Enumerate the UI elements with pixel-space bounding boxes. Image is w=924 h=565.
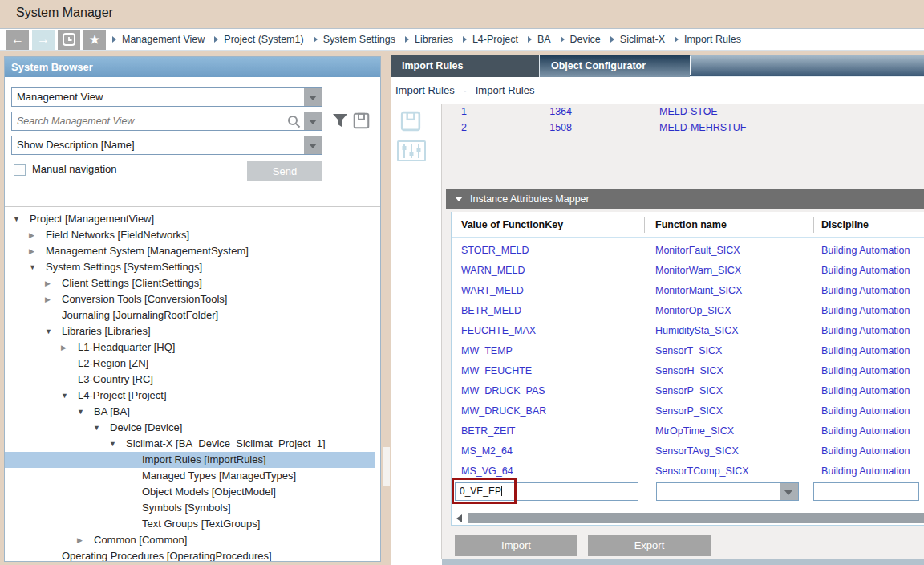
collapsed-arrow-icon[interactable]: ▶ bbox=[29, 243, 40, 259]
tree-item[interactable]: Text Groups [TextGroups] bbox=[5, 516, 375, 532]
breadcrumb-item[interactable]: Device bbox=[561, 34, 601, 45]
breadcrumb-item[interactable]: Management View bbox=[112, 34, 205, 45]
tab-bar: Import Rules Object Configurator bbox=[391, 55, 924, 77]
expanded-arrow-icon[interactable]: ▼ bbox=[61, 388, 72, 404]
mapper-row[interactable]: WARN_MELDMonitorWarn_SICXBuilding Automa… bbox=[452, 261, 924, 281]
scroll-left-icon[interactable] bbox=[456, 514, 462, 522]
horizontal-scrollbar[interactable] bbox=[452, 512, 924, 524]
table-row[interactable]: 11364MELD-STOE bbox=[442, 104, 924, 120]
scrollbar-thumb[interactable] bbox=[468, 513, 924, 523]
new-discipline-input[interactable] bbox=[813, 482, 919, 501]
breadcrumb-item[interactable]: Project (System1) bbox=[214, 34, 303, 45]
collapsed-arrow-icon[interactable]: ▶ bbox=[29, 227, 40, 243]
mapper-row[interactable]: MW_TEMPSensorT_SICXBuilding Automation bbox=[452, 341, 924, 361]
save-icon[interactable] bbox=[400, 111, 421, 132]
tree-item[interactable]: ▼System Settings [SystemSettings] bbox=[5, 259, 375, 275]
expanded-arrow-icon[interactable]: ▼ bbox=[109, 436, 120, 452]
dropdown-button[interactable] bbox=[304, 88, 322, 106]
mapper-row[interactable]: MW_FEUCHTESensorH_SICXBuilding Automatio… bbox=[452, 361, 924, 381]
collapsed-arrow-icon[interactable]: ▶ bbox=[77, 532, 88, 548]
tree-item[interactable]: Operating Procedures [OperatingProcedure… bbox=[5, 548, 375, 561]
back-button[interactable]: ← bbox=[6, 30, 29, 50]
tree-item[interactable]: ▼L4-Project [Project] bbox=[5, 388, 375, 404]
forward-button[interactable]: → bbox=[32, 30, 55, 50]
window-title: System Manager bbox=[16, 6, 113, 20]
dropdown-button[interactable] bbox=[780, 483, 798, 500]
send-button[interactable]: Send bbox=[247, 161, 322, 181]
splitter-handle[interactable] bbox=[383, 447, 390, 486]
tree-item[interactable]: Journaling [JournalingRootFolder] bbox=[5, 307, 375, 323]
mapper-row[interactable]: STOER_MELDMonitorFault_SICXBuilding Auto… bbox=[452, 241, 924, 261]
chevron-right-icon bbox=[528, 36, 532, 43]
breadcrumb-item[interactable]: System Settings bbox=[314, 34, 395, 45]
table-row[interactable]: 21508MELD-MEHRSTUF bbox=[442, 120, 924, 136]
tree-item[interactable]: ▶Management System [ManagementSystem] bbox=[5, 243, 375, 259]
mapper-row[interactable]: BETR_ZEITMtrOpTime_SICXBuilding Automati… bbox=[452, 421, 924, 441]
mapper-row[interactable]: MW_DRUCK_BARSensorP_SICXBuilding Automat… bbox=[452, 401, 924, 421]
chevron-right-icon bbox=[610, 36, 614, 43]
tree-item[interactable]: ▶Field Networks [FieldNetworks] bbox=[5, 227, 375, 243]
tree-item[interactable]: L3-Country [RC] bbox=[5, 372, 375, 388]
panel-title: System Browser bbox=[5, 57, 380, 77]
chevron-down-icon bbox=[309, 144, 317, 148]
mapper-section-header[interactable]: Instance Attributes Mapper bbox=[446, 189, 924, 209]
tree-item[interactable]: Import Rules [ImportRules] bbox=[5, 452, 375, 468]
view-selector-dropdown[interactable]: Management View bbox=[11, 87, 322, 107]
expanded-arrow-icon[interactable]: ▼ bbox=[13, 211, 24, 227]
mapper-row[interactable]: MS_M2_64SensorTAvg_SICXBuilding Automati… bbox=[452, 441, 924, 461]
tab-object-configurator[interactable]: Object Configurator bbox=[540, 55, 690, 77]
window-bottom-border bbox=[442, 559, 924, 565]
mapper-row[interactable]: WART_MELDMonitorMaint_SICXBuilding Autom… bbox=[452, 281, 924, 301]
filter-icon[interactable] bbox=[332, 113, 348, 128]
tree-item[interactable]: Managed Types [ManagedTypes] bbox=[5, 468, 375, 484]
tree-item[interactable]: ▼BA [BA] bbox=[5, 404, 375, 420]
path-left: Import Rules bbox=[395, 84, 455, 96]
search-field bbox=[11, 112, 322, 131]
mapper-row[interactable]: MW_DRUCK_PASSensorP_SICXBuilding Automat… bbox=[452, 381, 924, 401]
tab-import-rules[interactable]: Import Rules bbox=[391, 55, 539, 77]
navigation-tree: ▼Project [ManagementView]▶Field Networks… bbox=[5, 209, 380, 561]
tree-item[interactable]: ▼Libraries [Libraries] bbox=[5, 323, 375, 339]
history-button[interactable] bbox=[58, 30, 80, 50]
tree-item[interactable]: ▼Project [ManagementView] bbox=[5, 211, 375, 227]
manual-navigation-checkbox[interactable] bbox=[14, 164, 26, 176]
breadcrumb-item[interactable]: Import Rules bbox=[675, 34, 741, 45]
save-search-icon[interactable] bbox=[353, 112, 370, 129]
mapper-row[interactable]: FEUCHTE_MAXHumiditySta_SICXBuilding Auto… bbox=[452, 321, 924, 341]
breadcrumb-item[interactable]: L4-Project bbox=[463, 34, 518, 45]
tree-item[interactable]: ▼Device [Device] bbox=[5, 420, 375, 436]
tree-item[interactable]: ▶Client Settings [ClientSettings] bbox=[5, 275, 375, 291]
collapsed-arrow-icon[interactable]: ▶ bbox=[61, 339, 72, 356]
favorites-button[interactable]: ★ bbox=[83, 30, 106, 50]
collapsed-arrow-icon[interactable]: ▶ bbox=[45, 275, 56, 291]
chevron-right-icon bbox=[112, 36, 116, 43]
tree-item[interactable]: ▶Conversion Tools [ConversionTools] bbox=[5, 291, 375, 307]
expanded-arrow-icon[interactable]: ▼ bbox=[77, 404, 88, 420]
mapper-row[interactable]: MS_VG_64SensorTComp_SICXBuilding Automat… bbox=[452, 461, 924, 482]
settings-sliders-icon[interactable] bbox=[396, 140, 427, 162]
expanded-arrow-icon[interactable]: ▼ bbox=[45, 323, 56, 339]
new-function-dropdown[interactable] bbox=[656, 482, 799, 501]
mapper-row[interactable]: BETR_MELDMonitorOp_SICXBuilding Automati… bbox=[452, 301, 924, 321]
tree-item[interactable]: ▼Siclimat-X [BA_Device_Siclimat_Project_… bbox=[5, 436, 375, 452]
breadcrumb-item[interactable]: Libraries bbox=[405, 34, 453, 45]
tree-item[interactable]: ▶L1-Headquarter [HQ] bbox=[5, 339, 375, 356]
tree-item[interactable]: Object Models [ObjectModel] bbox=[5, 484, 375, 500]
chevron-right-icon bbox=[214, 36, 218, 43]
dropdown-button[interactable] bbox=[304, 136, 322, 154]
path-right: Import Rules bbox=[476, 84, 535, 96]
display-mode-dropdown[interactable]: Show Description [Name] bbox=[11, 136, 322, 155]
tree-item[interactable]: Symbols [Symbols] bbox=[5, 500, 375, 516]
expanded-arrow-icon[interactable]: ▼ bbox=[29, 259, 40, 275]
search-input[interactable] bbox=[12, 112, 285, 130]
export-button[interactable]: Export bbox=[588, 535, 711, 556]
expanded-arrow-icon[interactable]: ▼ bbox=[93, 420, 104, 436]
tree-item[interactable]: L2-Region [ZN] bbox=[5, 356, 375, 372]
tree-item[interactable]: ▶Common [Common] bbox=[5, 532, 375, 548]
breadcrumb-item[interactable]: Siclimat-X bbox=[610, 34, 665, 45]
search-icon[interactable] bbox=[287, 115, 301, 128]
search-options-button[interactable] bbox=[304, 112, 322, 130]
breadcrumb-item[interactable]: BA bbox=[528, 34, 551, 45]
import-button[interactable]: Import bbox=[455, 535, 578, 556]
collapsed-arrow-icon[interactable]: ▶ bbox=[45, 291, 56, 307]
